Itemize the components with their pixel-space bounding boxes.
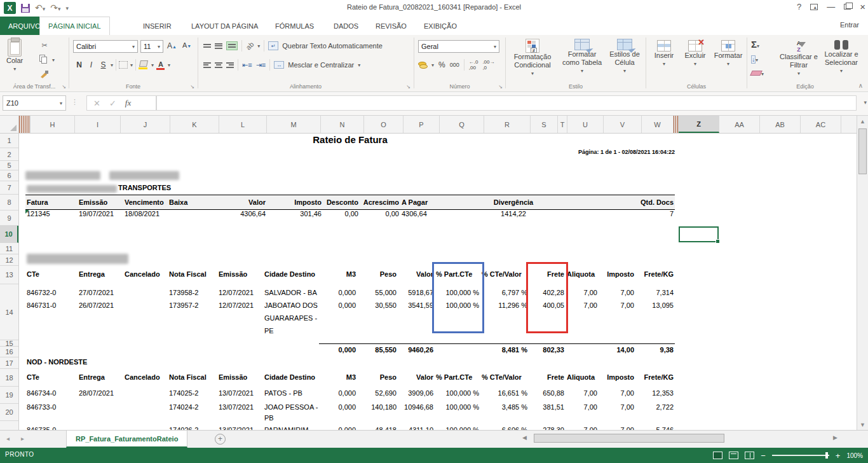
merge-center-icon[interactable]: ↔ (274, 61, 284, 69)
wrap-text-label[interactable]: Quebrar Texto Automaticamente (282, 42, 383, 50)
column-header-R[interactable]: R (484, 116, 531, 133)
copy-icon[interactable]: ▾ (39, 55, 50, 65)
column-header-H[interactable]: H (31, 116, 75, 133)
scroll-left-icon[interactable]: ◀ (522, 434, 527, 441)
expand-formula-bar-icon[interactable]: ▾ (864, 99, 867, 106)
wrap-text-icon[interactable]: ↵ (268, 41, 278, 50)
column-header-W[interactable]: W (642, 116, 674, 133)
borders-dropdown-icon[interactable]: ▾ (130, 62, 133, 68)
minimize-button[interactable]: — (827, 2, 835, 11)
cell-styles-button[interactable]: Estilos de Célula▾ (606, 39, 643, 75)
find-select-button[interactable]: Localizar e Selecionar▾ (821, 40, 862, 75)
tab-inserir[interactable]: INSERIR (135, 17, 180, 35)
clear-button[interactable]: ▾ (751, 67, 764, 78)
column-header-AB[interactable]: AB (760, 116, 801, 133)
shrink-font-button[interactable]: A▼ (182, 41, 191, 49)
row-header-19[interactable]: 19 (0, 387, 18, 404)
number-dialog-launcher-icon[interactable]: ↘ (498, 84, 503, 90)
merge-center-label[interactable]: Mesclar e Centralizar (288, 61, 354, 69)
column-header-S[interactable]: S (531, 116, 558, 133)
format-painter-icon[interactable] (39, 69, 50, 79)
row-header-13[interactable]: 13 (0, 266, 18, 284)
name-box[interactable]: Z10▾ (3, 95, 66, 111)
grow-font-button[interactable]: A▲ (167, 41, 177, 50)
tab-layout-da-pagina[interactable]: LAYOUT DA PÁGINA (183, 17, 266, 35)
row-header-18[interactable]: 18 (0, 369, 18, 387)
sort-filter-button[interactable]: AZ Classificar e Filtrar▾ (778, 40, 820, 78)
column-header-AA[interactable]: AA (719, 116, 760, 133)
paste-button[interactable]: Colar▾ (6, 39, 23, 73)
zoom-level[interactable]: 100% (846, 452, 863, 459)
page-break-view-icon[interactable] (745, 452, 754, 459)
decrease-decimal-icon[interactable]: .00→,0 (482, 59, 494, 71)
close-button[interactable]: × (860, 1, 865, 12)
sheet-nav-arrows[interactable]: ◂▸ (6, 435, 36, 442)
column-header-AC[interactable]: AC (801, 116, 841, 133)
orientation-icon[interactable]: ab (245, 40, 255, 51)
tab-dados[interactable]: DADOS (325, 17, 367, 35)
comma-style-button[interactable]: 000 (450, 62, 459, 68)
confirm-entry-icon[interactable]: ✓ (109, 99, 116, 108)
namebox-splitter[interactable]: ⋮ (71, 98, 79, 106)
sign-in-link[interactable]: Entrar (840, 21, 859, 29)
row-header-12[interactable]: 12 (0, 254, 18, 266)
row-header-5[interactable]: 5 (0, 161, 18, 170)
scroll-down-icon[interactable]: ▼ (857, 419, 868, 430)
insert-function-icon[interactable]: fx (125, 98, 131, 108)
insert-cells-button[interactable]: Inserir▾ (650, 40, 678, 68)
column-header-N[interactable]: N (321, 116, 364, 133)
vertical-scrollbar[interactable]: ▲ ▼ (857, 116, 868, 430)
borders-icon[interactable] (119, 61, 128, 69)
help-button[interactable]: ? (797, 2, 801, 11)
percent-style-button[interactable]: % (438, 60, 445, 69)
scroll-up-icon[interactable]: ▲ (857, 116, 868, 127)
conditional-formatting-button[interactable]: ≠ Formatação Condicional▾ (508, 39, 557, 78)
column-header-U[interactable]: U (567, 116, 604, 133)
column-header-Z[interactable]: Z (679, 116, 719, 133)
normal-view-icon[interactable] (713, 452, 722, 459)
fill-button[interactable]: ↓▾ (751, 53, 764, 64)
fill-color-icon[interactable] (139, 60, 149, 69)
increase-indent-icon[interactable]: ⇥≡ (256, 61, 266, 69)
formula-input[interactable] (156, 95, 857, 111)
scroll-right-icon[interactable]: ▶ (833, 434, 837, 441)
sheet-tab[interactable]: RP_Fatura_FaturamentoRateio (66, 431, 187, 448)
column-header-K[interactable]: K (170, 116, 219, 133)
autosum-button[interactable]: Σ▾ (751, 39, 764, 50)
zoom-slider-thumb[interactable] (825, 452, 828, 459)
number-format-select[interactable]: Geral▾ (418, 40, 499, 53)
tab-formulas[interactable]: FÓRMULAS (267, 17, 322, 35)
underline-button[interactable]: S (98, 60, 108, 69)
new-sheet-button[interactable]: + (215, 434, 226, 445)
row-header-17[interactable]: 17 (0, 357, 18, 369)
vertical-scroll-thumb[interactable] (858, 128, 867, 174)
underline-dropdown-icon[interactable]: ▾ (111, 62, 113, 68)
horizontal-scroll-thumb[interactable] (534, 434, 724, 443)
hidden-columns-marker[interactable] (674, 116, 679, 133)
row-header-11[interactable]: 11 (0, 243, 18, 254)
increase-decimal-icon[interactable]: ←.0,00 (469, 59, 478, 71)
tab-revisao[interactable]: REVISÃO (367, 17, 415, 35)
align-left-icon[interactable] (203, 61, 211, 69)
column-header-J[interactable]: J (121, 116, 170, 133)
align-center-icon[interactable] (215, 61, 222, 69)
accounting-format-icon[interactable] (418, 61, 427, 69)
column-header-L[interactable]: L (219, 116, 267, 133)
collapse-ribbon-icon[interactable]: ∧ (858, 82, 863, 89)
font-size-select[interactable]: 11▾ (140, 40, 163, 53)
row-header-1[interactable]: 1 (0, 134, 18, 148)
row-header-10[interactable]: 10 (0, 226, 18, 243)
zoom-out-button[interactable]: − (761, 452, 766, 460)
row-header-2[interactable]: 2 (0, 148, 18, 161)
font-family-select[interactable]: Calibri▾ (73, 40, 138, 53)
hidden-columns-marker[interactable] (19, 116, 31, 133)
column-header-Q[interactable]: Q (440, 116, 484, 133)
page-layout-view-icon[interactable] (729, 452, 738, 459)
row-header-20[interactable]: 20 (0, 404, 18, 421)
font-color-dropdown-icon[interactable]: ▾ (168, 62, 170, 68)
clipboard-dialog-launcher-icon[interactable]: ↘ (62, 84, 66, 90)
align-middle-icon[interactable] (215, 42, 222, 50)
tab-pagina-inicial[interactable]: PÁGINA INICIAL (39, 17, 110, 35)
column-header-M[interactable]: M (267, 116, 321, 133)
restore-button[interactable] (844, 4, 851, 10)
